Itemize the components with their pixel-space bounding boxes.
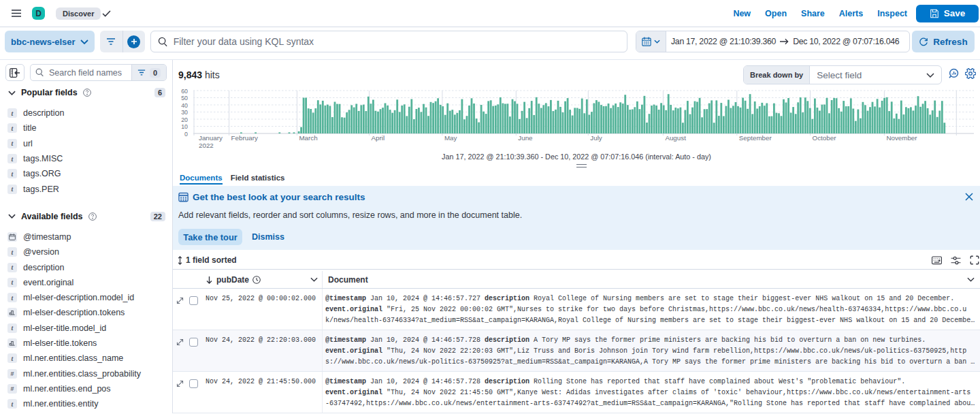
svg-text:0: 0 [184,131,188,138]
svg-text:January: January [199,134,223,142]
svg-text:20: 20 [181,116,188,123]
svg-text:60: 60 [181,88,188,95]
svg-text:40: 40 [181,102,188,109]
svg-text:February: February [231,134,258,142]
svg-text:July: July [590,134,602,142]
svg-text:50: 50 [181,95,188,101]
svg-text:August: August [665,134,686,142]
svg-text:30: 30 [181,109,188,116]
svg-text:October: October [813,134,837,142]
svg-text:March: March [299,134,317,142]
svg-text:September: September [739,134,772,142]
svg-text:November: November [886,134,917,142]
svg-text:June: June [518,134,533,142]
svg-text:April: April [372,134,385,142]
svg-text:May: May [444,134,457,142]
svg-text:10: 10 [181,123,188,130]
svg-text:2022: 2022 [199,142,214,149]
